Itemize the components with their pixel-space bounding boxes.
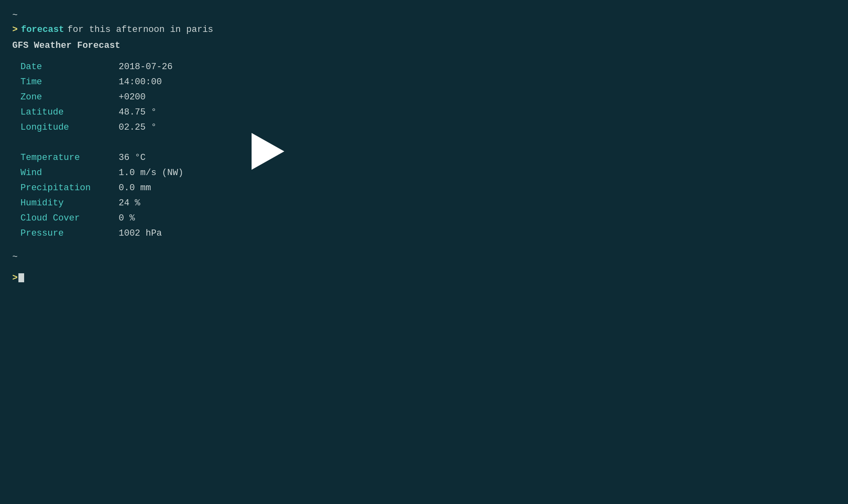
- cloud-cover-value: 0 %: [119, 211, 135, 225]
- pressure-value: 1002 hPa: [119, 226, 162, 241]
- precipitation-row: Precipitation 0.0 mm: [20, 181, 836, 195]
- tilde-2: ~: [12, 250, 836, 264]
- date-row: Date 2018-07-26: [20, 60, 836, 74]
- play-icon: [252, 133, 284, 170]
- zone-value: +0200: [119, 90, 146, 104]
- latitude-label: Latitude: [20, 105, 119, 119]
- cursor: [18, 273, 24, 282]
- humidity-label: Humidity: [20, 196, 119, 210]
- section-title: GFS Weather Forecast: [12, 38, 836, 53]
- temperature-label: Temperature: [20, 151, 119, 165]
- time-row: Time 14:00:00: [20, 75, 836, 89]
- location-data-table: Date 2018-07-26 Time 14:00:00 Zone +0200…: [20, 60, 836, 135]
- cloud-cover-label: Cloud Cover: [20, 211, 119, 225]
- humidity-value: 24 %: [119, 196, 140, 210]
- prompt-arrow-1: >: [12, 22, 18, 37]
- precipitation-value: 0.0 mm: [119, 181, 151, 195]
- wind-label: Wind: [20, 166, 119, 180]
- date-value: 2018-07-26: [119, 60, 173, 74]
- time-value: 14:00:00: [119, 75, 162, 89]
- prompt-arrow-2: >: [12, 271, 18, 285]
- command-args: for this afternoon in paris: [67, 22, 213, 37]
- weather-data-table: Temperature 36 °C Wind 1.0 m/s (NW) Prec…: [20, 151, 836, 241]
- bottom-prompt-line: >: [12, 271, 836, 285]
- longitude-row: Longitude 02.25 °: [20, 120, 836, 135]
- wind-value: 1.0 m/s (NW): [119, 166, 183, 180]
- humidity-row: Humidity 24 %: [20, 196, 836, 210]
- time-label: Time: [20, 75, 119, 89]
- play-button-container[interactable]: [245, 131, 286, 175]
- pressure-label: Pressure: [20, 226, 119, 241]
- temperature-value: 36 °C: [119, 151, 146, 165]
- longitude-value: 02.25 °: [119, 120, 156, 135]
- latitude-row: Latitude 48.75 °: [20, 105, 836, 119]
- command-name: forecast: [21, 22, 64, 37]
- temperature-row: Temperature 36 °C: [20, 151, 836, 165]
- wind-row: Wind 1.0 m/s (NW): [20, 166, 836, 180]
- command-line: > forecast for this afternoon in paris: [12, 22, 836, 37]
- latitude-value: 48.75 °: [119, 105, 156, 119]
- precipitation-label: Precipitation: [20, 181, 119, 195]
- pressure-row: Pressure 1002 hPa: [20, 226, 836, 241]
- cloud-cover-row: Cloud Cover 0 %: [20, 211, 836, 225]
- play-button[interactable]: [245, 131, 286, 172]
- longitude-label: Longitude: [20, 120, 119, 135]
- terminal-window: ~ > forecast for this afternoon in paris…: [0, 0, 848, 293]
- zone-label: Zone: [20, 90, 119, 104]
- date-label: Date: [20, 60, 119, 74]
- tilde-1: ~: [12, 8, 836, 22]
- zone-row: Zone +0200: [20, 90, 836, 104]
